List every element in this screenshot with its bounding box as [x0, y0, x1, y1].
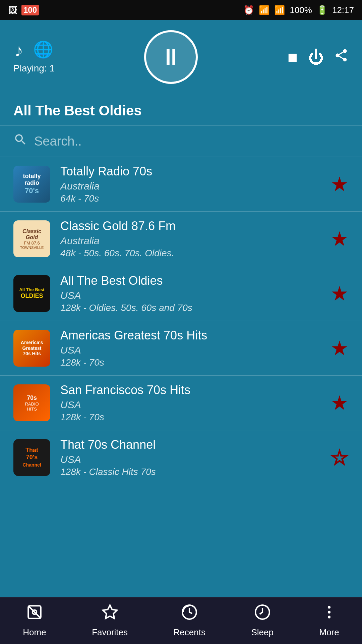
station-bitrate: 128k - 70s	[60, 412, 324, 423]
station-info: Classic Gold 87.6 Fm Australia 48k - 50s…	[60, 219, 324, 259]
search-bar	[0, 126, 362, 157]
battery-icon: 🔋	[317, 5, 327, 15]
signal-icon: 📶	[274, 5, 285, 15]
station-logo: 70s RADIO HITS	[13, 384, 50, 421]
svg-line-2	[28, 606, 41, 619]
music-note-icon[interactable]: ♪	[14, 40, 23, 60]
search-icon	[13, 132, 27, 150]
station-item[interactable]: 70s RADIO HITS San Franciscos 70s Hits U…	[0, 376, 362, 430]
player-header: ♪ 🌐 Playing: 1 ⏸ ■ ⏻	[0, 20, 362, 97]
nav-more[interactable]: More	[319, 604, 339, 638]
station-name: Totally Radio 70s	[60, 164, 324, 178]
home-label: Home	[23, 627, 46, 638]
favorite-star[interactable]: ★	[330, 282, 349, 305]
station-country: USA	[60, 290, 324, 301]
current-station-title: All The Best Oldies	[0, 97, 362, 126]
recents-label: Recents	[174, 627, 205, 638]
svg-point-7	[328, 611, 330, 613]
station-item[interactable]: America'sGreatest70s Hits Americas Great…	[0, 321, 362, 376]
status-bar: 🖼 100 ⏰ 📶 📶 100% 🔋 12:17	[0, 0, 362, 20]
bottom-nav: Home Favorites Recents Sleep	[0, 597, 362, 644]
station-logo: All The BestOLDIES	[13, 275, 50, 312]
favorite-star[interactable]: ★	[330, 172, 349, 196]
playing-label: Playing: 1	[13, 63, 55, 74]
station-info: Totally Radio 70s Australia 64k - 70s	[60, 164, 324, 204]
station-logo: Classic Gold FM 87.6 TOWNSVILLE	[13, 220, 50, 257]
globe-icon[interactable]: 🌐	[33, 40, 53, 60]
station-country: USA	[60, 399, 324, 411]
station-item[interactable]: That70'sChannel That 70s Channel USA 128…	[0, 430, 362, 485]
nav-home[interactable]: Home	[23, 604, 46, 638]
recents-icon	[181, 604, 198, 625]
player-left: ♪ 🌐 Playing: 1	[13, 40, 55, 74]
station-name: That 70s Channel	[60, 438, 324, 452]
power-button[interactable]: ⏻	[308, 48, 324, 66]
pause-icon: ⏸	[159, 45, 183, 69]
station-logo: That70'sChannel	[13, 439, 50, 476]
favorites-label: Favorites	[92, 627, 128, 638]
station-name: All The Best Oldies	[60, 274, 324, 288]
favorite-star[interactable]: ★	[330, 336, 349, 360]
nav-sleep[interactable]: Sleep	[251, 604, 274, 638]
svg-point-8	[328, 615, 330, 618]
station-item[interactable]: totallyradio 70's Totally Radio 70s Aust…	[0, 157, 362, 212]
station-logo: America'sGreatest70s Hits	[13, 330, 50, 367]
image-icon: 🖼	[8, 5, 17, 16]
nav-favorites[interactable]: Favorites	[92, 604, 128, 638]
alarm-icon: ⏰	[243, 5, 254, 15]
station-info: San Franciscos 70s Hits USA 128k - 70s	[60, 383, 324, 423]
home-icon	[26, 604, 43, 625]
favorite-star[interactable]: ☆	[330, 446, 349, 469]
station-bitrate: 128k - Oldies. 50s. 60s and 70s	[60, 303, 324, 313]
favorites-icon	[102, 604, 118, 625]
wifi-icon: 📶	[259, 5, 269, 15]
player-left-icons: ♪ 🌐	[14, 40, 53, 60]
station-info: Americas Greatest 70s Hits USA 128k - 70…	[60, 328, 324, 368]
stop-button[interactable]: ■	[288, 47, 298, 67]
svg-point-6	[328, 606, 330, 608]
favorite-star[interactable]: ★	[330, 227, 349, 251]
more-icon	[321, 604, 338, 625]
station-name: Classic Gold 87.6 Fm	[60, 219, 324, 233]
station-info: All The Best Oldies USA 128k - Oldies. 5…	[60, 274, 324, 313]
time-display: 12:17	[332, 5, 354, 15]
nav-recents[interactable]: Recents	[174, 604, 205, 638]
station-name: San Franciscos 70s Hits	[60, 383, 324, 397]
station-name: Americas Greatest 70s Hits	[60, 328, 324, 342]
station-bitrate: 64k - 70s	[60, 193, 324, 204]
sleep-label: Sleep	[251, 627, 274, 638]
search-input[interactable]	[34, 134, 349, 149]
station-bitrate: 48k - 50s. 60s. 70s. Oldies.	[60, 248, 324, 259]
status-right: ⏰ 📶 📶 100% 🔋 12:17	[243, 5, 354, 15]
pause-button[interactable]: ⏸	[144, 30, 198, 84]
share-button[interactable]	[334, 47, 349, 67]
status-left: 🖼 100	[8, 5, 39, 16]
sleep-icon	[254, 604, 271, 625]
station-bitrate: 128k - Classic Hits 70s	[60, 467, 324, 477]
station-country: Australia	[60, 235, 324, 247]
svg-marker-3	[103, 605, 117, 619]
battery-text: 100%	[290, 5, 312, 15]
station-country: USA	[60, 344, 324, 356]
station-logo: totallyradio 70's	[13, 166, 50, 203]
station-item[interactable]: All The BestOLDIES All The Best Oldies U…	[0, 266, 362, 321]
more-label: More	[319, 627, 339, 638]
player-controls: ♪ 🌐 Playing: 1 ⏸ ■ ⏻	[13, 30, 349, 84]
station-country: USA	[60, 454, 324, 465]
radio-icon: 100	[21, 5, 39, 15]
station-country: Australia	[60, 180, 324, 192]
station-info: That 70s Channel USA 128k - Classic Hits…	[60, 438, 324, 477]
favorite-star[interactable]: ★	[330, 391, 349, 415]
station-bitrate: 128k - 70s	[60, 357, 324, 368]
player-right: ■ ⏻	[288, 47, 349, 67]
station-item[interactable]: Classic Gold FM 87.6 TOWNSVILLE Classic …	[0, 212, 362, 266]
station-list: totallyradio 70's Totally Radio 70s Aust…	[0, 157, 362, 485]
